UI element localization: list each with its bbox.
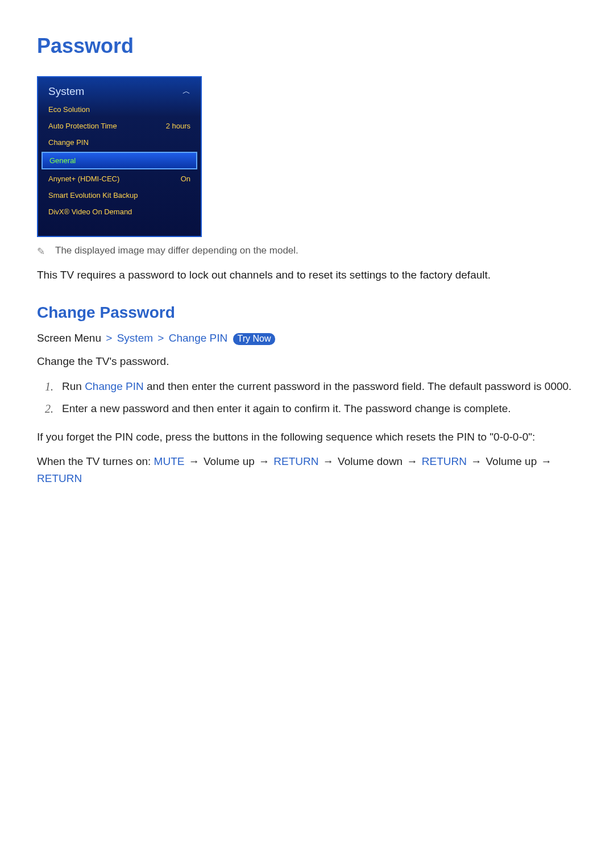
breadcrumb-prefix: Screen Menu <box>37 332 101 344</box>
menu-item-change-pin: Change PIN <box>38 134 201 151</box>
system-menu-screenshot: System ︿ Eco Solution Auto Protection Ti… <box>37 76 202 237</box>
menu-item-smart-evolution: Smart Evolution Kit Backup <box>38 187 201 203</box>
menu-item-label: Anynet+ (HDMI-CEC) <box>48 175 119 183</box>
menu-item-label: Smart Evolution Kit Backup <box>48 191 138 200</box>
chevron-up-icon: ︿ <box>182 86 190 97</box>
menu-header: System ︿ <box>38 85 201 101</box>
breadcrumb-sep: > <box>156 332 165 344</box>
breadcrumb-system: System <box>117 332 153 344</box>
reset-return: RETURN <box>273 455 318 467</box>
menu-item-general: General <box>42 152 197 169</box>
arrow-icon: → <box>540 455 553 467</box>
breadcrumb-change-pin: Change PIN <box>169 332 228 344</box>
menu-item-label: Change PIN <box>48 138 89 147</box>
step-1-change-pin: Change PIN <box>85 380 144 392</box>
arrow-icon: → <box>322 455 335 467</box>
intro-text: This TV requires a password to lock out … <box>37 267 580 283</box>
breadcrumb-sep: > <box>104 332 114 344</box>
arrow-icon: → <box>405 455 418 467</box>
step-1: Run Change PIN and then enter the curren… <box>45 378 580 394</box>
breadcrumb: Screen Menu > System > Change PIN Try No… <box>37 332 580 345</box>
reset-sequence: When the TV turnes on: MUTE → Volume up … <box>37 453 580 487</box>
arrow-icon: → <box>258 455 271 467</box>
reset-vol-down: Volume down <box>338 455 403 467</box>
arrow-icon: → <box>470 455 483 467</box>
step-1-post: and then enter the current password in t… <box>144 380 572 392</box>
menu-item-auto-protection-time: Auto Protection Time 2 hours <box>38 118 201 134</box>
menu-header-title: System <box>48 85 84 98</box>
steps-list: Run Change PIN and then enter the curren… <box>37 378 580 417</box>
image-note: ✎ The displayed image may differ dependi… <box>37 245 580 258</box>
reset-mute: MUTE <box>154 455 185 467</box>
forgot-text: If you forget the PIN code, press the bu… <box>37 429 580 445</box>
reset-vol-up: Volume up <box>204 455 255 467</box>
menu-item-label: General <box>49 156 76 165</box>
image-note-text: The displayed image may differ depending… <box>55 245 298 256</box>
menu-item-value: 2 hours <box>166 122 190 130</box>
menu-item-label: Auto Protection Time <box>48 122 117 130</box>
change-intro: Change the TV's password. <box>37 353 580 369</box>
pencil-icon: ✎ <box>37 246 45 258</box>
menu-item-label: DivX® Video On Demand <box>48 207 132 216</box>
step-2: Enter a new password and then enter it a… <box>45 400 580 417</box>
menu-item-anynet: Anynet+ (HDMI-CEC) On <box>38 171 201 187</box>
menu-item-value: On <box>181 175 190 183</box>
step-1-pre: Run <box>62 380 85 392</box>
menu-item-label: Eco Solution <box>48 105 90 114</box>
page-title: Password <box>37 34 580 58</box>
arrow-icon: → <box>188 455 201 467</box>
section-title-change-password: Change Password <box>37 304 580 322</box>
reset-vol-up: Volume up <box>486 455 537 467</box>
reset-return: RETURN <box>37 472 82 484</box>
reset-prefix: When the TV turnes on: <box>37 455 154 467</box>
try-now-badge: Try Now <box>233 333 276 345</box>
reset-return: RETURN <box>422 455 467 467</box>
menu-item-divx: DivX® Video On Demand <box>38 203 201 220</box>
menu-item-eco-solution: Eco Solution <box>38 101 201 118</box>
